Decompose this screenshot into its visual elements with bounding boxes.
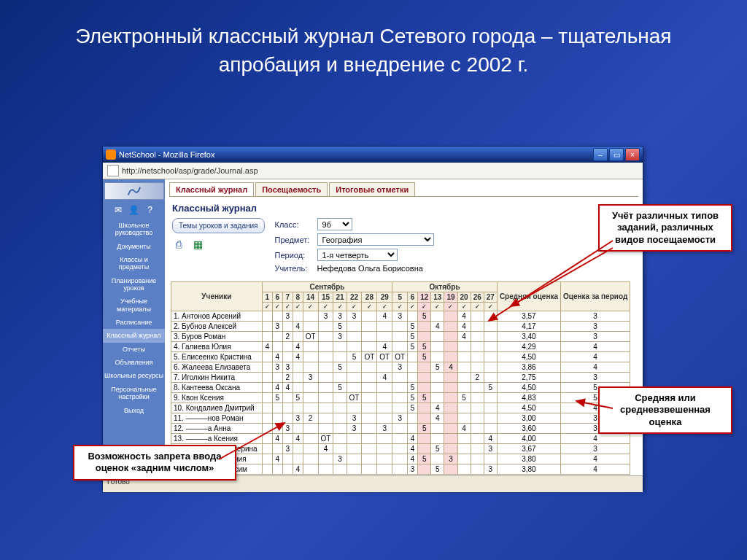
sidebar-item[interactable]: Персональные настройки xyxy=(103,383,165,404)
table-row[interactable]: 8. Кантеева Оксана445554,505 xyxy=(171,383,630,393)
tab[interactable]: Классный журнал xyxy=(169,182,254,196)
main-area: Классный журналПосещаемостьИтоговые отме… xyxy=(165,179,643,475)
sidebar: ✉ 👤 ? Школьное руководствоДокументыКласс… xyxy=(103,179,165,475)
user-icon[interactable]: 👤 xyxy=(128,204,141,216)
excel-icon[interactable]: ▦ xyxy=(191,238,204,251)
sidebar-item[interactable]: Объявления xyxy=(103,356,165,369)
class-label: Класс: xyxy=(275,220,317,229)
table-row[interactable]: 9. Квон Ксения55ОТ5554,835 xyxy=(171,393,630,403)
sidebar-item[interactable]: Школьные ресурсы xyxy=(103,369,165,382)
table-row[interactable]: 11. ———нов Роман323343,003 xyxy=(171,413,630,424)
window-title: NetSchool - Mozilla Firefox xyxy=(119,150,214,159)
teacher-label: Учитель: xyxy=(275,264,317,273)
firefox-icon xyxy=(106,149,116,160)
table-row[interactable]: 1. Антонов Арсений333343543,573 xyxy=(171,311,630,322)
teacher-value: Нефедова Ольга Борисовна xyxy=(317,264,423,273)
page-icon xyxy=(107,165,119,176)
table-row[interactable]: 4. Галиева Юлия444554,294 xyxy=(171,342,630,352)
slide-title: Электронный классный журнал Сетевого гор… xyxy=(0,0,747,90)
maximize-button[interactable]: ▭ xyxy=(609,148,624,161)
url-text[interactable]: http://netschool/asp/grade/Journal.asp xyxy=(122,166,258,175)
minimize-button[interactable]: – xyxy=(593,148,608,161)
window-titlebar: NetSchool - Mozilla Firefox – ▭ × xyxy=(103,147,643,163)
table-row[interactable]: 13. ———а Ксения44ОТ444,004 xyxy=(171,434,630,444)
table-row[interactable]: 14. ———ова Екатерина344533,673 xyxy=(171,444,630,454)
sidebar-item[interactable]: Расписание xyxy=(103,316,165,329)
callout-backdate: Возможность запрета ввода оценок «задним… xyxy=(73,445,236,481)
tab-bar: Классный журналПосещаемостьИтоговые отме… xyxy=(169,182,638,197)
address-bar: http://netschool/asp/grade/Journal.asp xyxy=(103,163,643,179)
table-row[interactable]: 10. Кондалиев Дмитрий544,504 xyxy=(171,403,630,413)
table-row[interactable]: 2. Бубнов Алексей3455444,173 xyxy=(171,322,630,332)
table-row[interactable]: 6. Жалеева Елизавета3353543,864 xyxy=(171,362,630,373)
sidebar-item[interactable]: Выход xyxy=(103,404,165,417)
table-row[interactable]: 15. Молодева Ксения434533,804 xyxy=(171,454,630,464)
table-row[interactable]: 5. Елисеенко Кристина445ОТОТОТ54,504 xyxy=(171,352,630,362)
subject-select[interactable]: География xyxy=(317,233,434,246)
sidebar-item[interactable]: Классы и предметы xyxy=(103,253,165,274)
sidebar-item[interactable]: Планирование уроков xyxy=(103,274,165,295)
sidebar-item[interactable]: Документы xyxy=(103,240,165,253)
grade-table-wrap: УченикиСентябрьОктябрьСредняя оценкаОцен… xyxy=(165,276,643,475)
callout-types: Учёт различных типов заданий, различных … xyxy=(598,204,732,252)
tab[interactable]: Итоговые отметки xyxy=(329,182,415,196)
sidebar-item[interactable]: Школьное руководство xyxy=(103,219,165,240)
sidebar-item[interactable]: Отчеты xyxy=(103,343,165,356)
callout-average: Средняя или средневзвешенная оценка xyxy=(598,386,732,434)
page-heading: Классный журнал xyxy=(172,203,635,214)
table-row[interactable]: 12. ———а Анна333543,603 xyxy=(171,424,630,434)
close-button[interactable]: × xyxy=(625,148,640,161)
sidebar-item[interactable]: Классный журнал xyxy=(103,329,165,342)
browser-window: NetSchool - Mozilla Firefox – ▭ × http:/… xyxy=(102,146,643,490)
app-logo xyxy=(104,182,164,200)
table-row[interactable]: 16. Нестарых Максим43533,804 xyxy=(171,464,630,475)
subject-label: Предмет: xyxy=(275,236,317,244)
table-row[interactable]: 7. Иголкин Никита23422,753 xyxy=(171,373,630,383)
mail-icon[interactable]: ✉ xyxy=(112,204,125,216)
print-icon[interactable]: ⎙ xyxy=(172,238,185,251)
tab[interactable]: Посещаемость xyxy=(255,182,328,196)
table-row[interactable]: 3. Буров Роман2ОТ3543,403 xyxy=(171,332,630,342)
class-select[interactable]: 9б xyxy=(317,218,352,230)
help-icon[interactable]: ? xyxy=(144,204,157,216)
grade-table: УченикиСентябрьОктябрьСредняя оценкаОцен… xyxy=(171,281,630,475)
topics-button[interactable]: Темы уроков и задания xyxy=(172,218,265,233)
sidebar-item[interactable]: Учебные материалы xyxy=(103,295,165,316)
period-label: Период: xyxy=(275,251,317,260)
period-select[interactable]: 1-я четверть xyxy=(317,249,398,261)
